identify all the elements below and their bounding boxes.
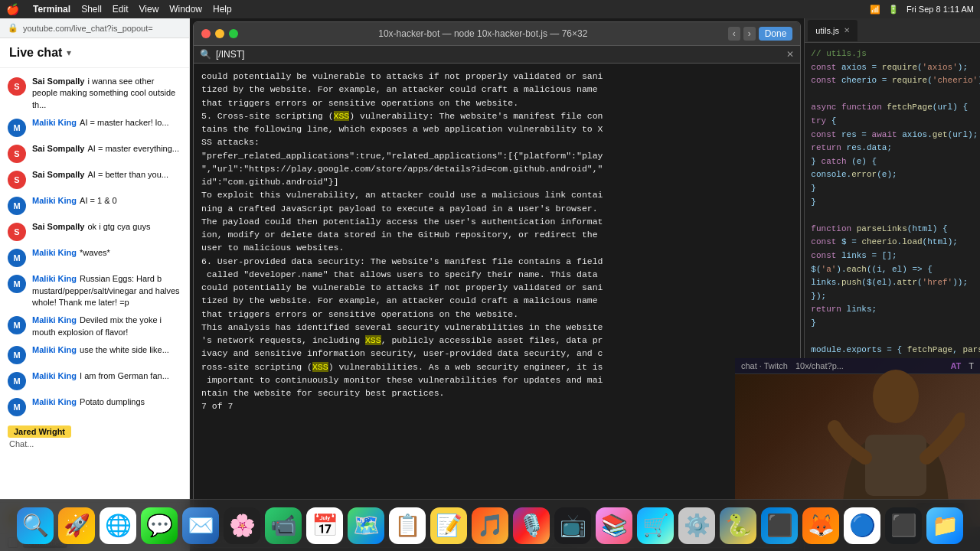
dock-systemprefs[interactable]: ⚙️ — [678, 507, 715, 544]
terminal-line: tized by the website. For example, an at… — [201, 83, 792, 96]
nav-next-button[interactable]: › — [743, 27, 756, 41]
terminal-line: could potentially be vulnerable to attac… — [201, 281, 792, 294]
code-line: return links; — [811, 303, 980, 317]
dock-terminal[interactable]: ⬛ — [885, 507, 922, 544]
message-text: ok i gtg cya guys — [87, 222, 150, 231]
terminal-line: user to malicious websites. — [201, 241, 792, 254]
menu-bar: 🍎 Terminal Shell Edit View Window Help 📶… — [0, 0, 980, 18]
dock-firefox[interactable]: 🦊 — [802, 507, 839, 544]
message-content: Maliki KingDeviled mix the yoke i mouth … — [32, 315, 181, 338]
dock-messages[interactable]: 💬 — [141, 507, 178, 544]
message-content: Maliki KingI am from German fan... — [32, 370, 169, 382]
terminal-line: tized by the website. For example, an at… — [201, 294, 792, 307]
terminal-search-input[interactable] — [216, 49, 782, 60]
svg-rect-1 — [865, 435, 926, 496]
jared-chat-text: Chat... — [8, 439, 181, 448]
code-line: const links = []; — [811, 249, 980, 263]
code-line: // utils.js — [811, 47, 980, 61]
dock-vscode[interactable]: ⬛ — [761, 507, 798, 544]
dock-mail[interactable]: ✉️ — [182, 507, 219, 544]
menu-help[interactable]: Help — [213, 4, 232, 15]
menu-window[interactable]: Window — [169, 4, 202, 15]
avatar: M — [8, 316, 26, 334]
terminal-line: tains the following line, which exposes … — [201, 122, 792, 135]
dock-finder[interactable]: 🔍 — [17, 507, 54, 544]
wifi-icon: 📶 — [870, 5, 880, 15]
message-content: Sai SompallyAI = master everything... — [32, 143, 179, 155]
dock-reminders[interactable]: 📋 — [389, 507, 426, 544]
terminal-line: 6. User-provided data security: The webs… — [201, 255, 792, 268]
chat-message: MMaliki KingI am from German fan... — [0, 367, 189, 393]
dock-python[interactable]: 🐍 — [720, 507, 756, 544]
message-content: Sai Sompallyok i gtg cya guys — [32, 221, 150, 233]
terminal-line: ivacy and sensitive information security… — [201, 347, 792, 360]
dock-notes[interactable]: 📝 — [430, 507, 467, 544]
chat-message: MMaliki King*waves* — [0, 244, 189, 270]
dock-podcasts[interactable]: 🎙️ — [513, 507, 550, 544]
code-line: console.error(e); — [811, 168, 980, 182]
menu-view[interactable]: View — [139, 4, 159, 15]
menu-terminal[interactable]: Terminal — [33, 4, 70, 15]
code-line: }); — [811, 290, 980, 304]
code-line: const cheerio = require('cheerio'); — [811, 74, 980, 88]
dock-books[interactable]: 📚 — [596, 507, 632, 544]
terminal-content[interactable]: could potentially be vulnerable to attac… — [194, 64, 800, 533]
search-clear-icon[interactable]: ✕ — [786, 49, 794, 60]
message-author: Maliki King — [32, 196, 77, 205]
message-author: Sai Sompally — [32, 170, 84, 179]
dock-calendar[interactable]: 📅 — [306, 507, 343, 544]
dock-facetime[interactable]: 📹 — [265, 507, 302, 544]
minimize-button[interactable] — [215, 29, 224, 38]
message-text: AI = master hacker! lo... — [80, 118, 168, 127]
dock-appstore[interactable]: 🛒 — [637, 507, 674, 544]
terminal-search: 🔍 ✕ — [194, 46, 800, 64]
avatar: S — [8, 171, 26, 189]
code-line: links.push($(el).attr('href')); — [811, 276, 980, 290]
chat-message: MMaliki KingAI = master hacker! lo... — [0, 114, 189, 140]
dock-music[interactable]: 🎵 — [472, 507, 508, 544]
dock-safari[interactable]: 🌐 — [100, 507, 136, 544]
code-line: } — [811, 317, 980, 331]
menu-edit[interactable]: Edit — [113, 4, 129, 15]
dock-maps[interactable]: 🗺️ — [348, 507, 384, 544]
dock-launchpad[interactable]: 🚀 — [58, 507, 95, 544]
menu-shell[interactable]: Shell — [81, 4, 102, 15]
close-button[interactable] — [201, 29, 211, 38]
jared-message: Jared Wright Chat... — [0, 419, 189, 453]
message-author: Sai Sompally — [32, 222, 84, 231]
tab-close-icon[interactable]: ✕ — [844, 26, 850, 34]
terminal-line: id":"com.github.android"}] — [201, 175, 792, 188]
chevron-icon[interactable]: ▾ — [67, 47, 71, 58]
terminal-window: 10x-hacker-bot — node 10x-hacker-bot.js … — [193, 21, 801, 548]
tab-utils-js[interactable]: utils.js ✕ — [808, 20, 858, 41]
message-text: use the white side like... — [80, 345, 169, 354]
url-bar: 🔒 youtube.com/live_chat?is_popout= — [0, 18, 189, 38]
dock-photos[interactable]: 🌸 — [224, 507, 260, 544]
message-content: Sai Sompallyi wanna see other people mak… — [32, 76, 181, 111]
code-line: module.exports = { fetchPage, parseLinks… — [811, 344, 980, 357]
code-line: const $ = cheerio.load(html); — [811, 236, 980, 249]
chat-message: SSai Sompallyi wanna see other people ma… — [0, 73, 189, 114]
message-content: Maliki KingPotato dumplings — [32, 396, 145, 408]
apple-icon[interactable]: 🍎 — [6, 3, 19, 15]
search-icon: 🔍 — [200, 49, 211, 60]
dock-tv[interactable]: 📺 — [554, 507, 591, 544]
live-chat-header: Live chat ▾ — [0, 38, 189, 68]
message-author: Maliki King — [32, 315, 77, 324]
avatar: M — [8, 197, 26, 215]
message-text: *waves* — [80, 248, 110, 257]
terminal-line: "prefer_related_applications":true,"rela… — [201, 149, 792, 162]
code-line — [811, 209, 980, 223]
done-button[interactable]: Done — [759, 27, 793, 41]
avatar: M — [8, 249, 26, 267]
chat-message: MMaliki KingAI = 1 & 0 — [0, 192, 189, 218]
chat-message: MMaliki KingDeviled mix the yoke i mouth… — [0, 311, 189, 341]
code-line: } — [811, 182, 980, 196]
terminal-line: This analysis has identified several sec… — [201, 321, 792, 334]
nav-prev-button[interactable]: ‹ — [728, 27, 740, 41]
dock-chrome[interactable]: 🔵 — [844, 507, 880, 544]
message-content: Sai SompallyAI = better than you... — [32, 169, 168, 181]
avatar: S — [8, 145, 26, 163]
maximize-button[interactable] — [229, 29, 238, 38]
dock-folder[interactable]: 📁 — [926, 507, 963, 544]
